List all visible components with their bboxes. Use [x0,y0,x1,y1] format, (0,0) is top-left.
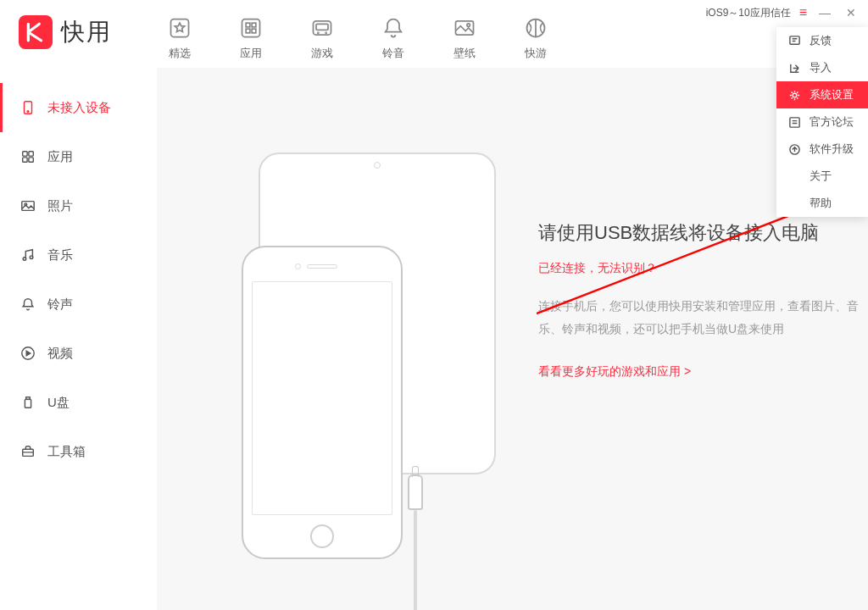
usb-icon [20,395,36,410]
photo-icon [20,198,36,214]
apps-icon [20,149,36,164]
sidebar-item-udisk[interactable]: U盘 [0,378,157,427]
menu-help[interactable]: 帮助 [776,190,868,217]
svg-point-9 [326,32,326,33]
menu-upgrade[interactable]: 软件升级 [776,136,868,163]
svg-rect-22 [29,152,33,156]
trust-link[interactable]: iOS9～10应用信任 [706,6,791,20]
menu-forum[interactable]: 官方论坛 [776,108,868,136]
svg-point-11 [467,24,470,27]
image-icon [450,15,479,41]
topnav-quickgames[interactable]: 快游 [505,15,566,61]
topnav-wallpapers[interactable]: 壁纸 [434,15,495,61]
svg-rect-24 [29,158,33,162]
star-icon [165,15,194,41]
menu-import[interactable]: 导入 [776,54,868,81]
ball-icon [521,15,550,41]
topnav: 精选 应用 游戏 铃音 壁纸 快游 [149,15,566,61]
svg-rect-4 [246,29,250,33]
upgrade-icon [788,143,801,156]
menu-settings[interactable]: 系统设置 [776,81,868,108]
svg-rect-31 [26,397,31,400]
settings-dropdown: 反馈 导入 系统设置 官方论坛 软件升级 关于 帮助 [776,27,868,217]
main-content: 请使用USB数据线将设备接入电脑 已经连接，无法识别？ 连接手机后，您可以使用快… [157,68,868,610]
sidebar-item-apps[interactable]: 应用 [0,132,157,181]
svg-rect-15 [790,36,799,43]
app-logo [19,15,53,49]
svg-rect-30 [25,399,31,408]
svg-rect-2 [246,23,250,27]
sidebar: 未接入设备 应用 照片 音乐 铃声 视频 U盘 工具箱 [0,68,157,610]
gear-icon [788,89,801,102]
grid-icon [236,15,265,41]
brand-name: 快用 [61,16,112,48]
music-icon [20,247,36,263]
topnav-games[interactable]: 游戏 [292,15,353,61]
toolbox-icon [20,444,36,459]
topnav-ringtones[interactable]: 铃音 [363,15,424,61]
sidebar-item-device[interactable]: 未接入设备 [0,83,157,132]
svg-rect-17 [790,117,799,126]
topnav-apps[interactable]: 应用 [220,15,281,61]
forum-icon [788,116,801,129]
gamepad-icon [308,15,337,41]
more-link[interactable]: 看看更多好玩的游戏和应用 > [538,364,691,378]
bell-icon [379,15,408,41]
svg-point-28 [30,256,33,259]
import-icon [788,62,801,75]
bell-icon [20,297,36,312]
video-icon [20,346,36,361]
layout: 未接入设备 应用 照片 音乐 铃声 视频 U盘 工具箱 [0,68,868,610]
svg-rect-3 [252,23,256,27]
svg-point-27 [23,258,26,261]
cable-illustration [408,474,423,510]
menu-about[interactable]: 关于 [776,163,868,190]
svg-rect-7 [316,24,328,30]
description: 连接手机后，您可以使用快用安装和管理应用，查看图片、音乐、铃声和视频，还可以把手… [538,295,860,340]
device-illustration [191,136,513,517]
phone-icon [20,100,36,115]
svg-point-16 [793,93,797,97]
minimize-button[interactable]: — [815,6,834,19]
svg-rect-1 [242,19,260,37]
svg-point-8 [318,32,319,33]
logo-block: 快用 [19,15,112,49]
sidebar-item-ringtones[interactable]: 铃声 [0,280,157,329]
close-button[interactable]: ✕ [843,6,860,19]
topnav-featured[interactable]: 精选 [149,15,210,61]
headline: 请使用USB数据线将设备接入电脑 [538,220,860,246]
menu-feedback[interactable]: 反馈 [776,27,868,54]
phone-outline [242,246,403,559]
sidebar-item-photos[interactable]: 照片 [0,181,157,230]
topbar: 快用 精选 应用 游戏 铃音 壁纸 快游 iOS9～10应用信任 ≡ — [0,0,868,68]
feedback-icon [788,35,801,47]
svg-rect-5 [252,29,256,33]
svg-rect-23 [23,158,27,162]
window-controls: iOS9～10应用信任 ≡ — ✕ [706,5,860,20]
sidebar-item-video[interactable]: 视频 [0,329,157,378]
sidebar-item-toolbox[interactable]: 工具箱 [0,427,157,476]
troubleshoot-link[interactable]: 已经连接，无法识别？ [538,261,860,276]
svg-rect-21 [23,152,27,156]
svg-rect-25 [22,202,34,211]
sidebar-item-music[interactable]: 音乐 [0,230,157,280]
svg-point-20 [27,111,29,113]
instruction-block: 请使用USB数据线将设备接入电脑 已经连接，无法识别？ 连接手机后，您可以使用快… [538,220,860,610]
menu-icon[interactable]: ≡ [799,5,807,20]
